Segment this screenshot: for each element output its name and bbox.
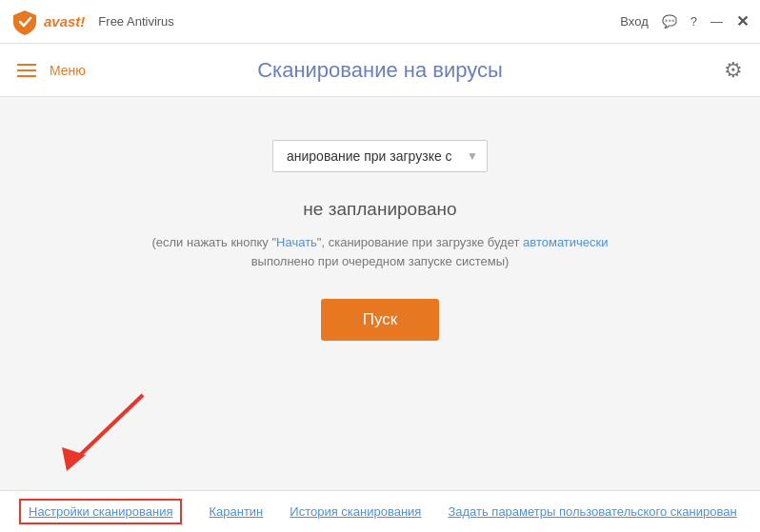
quarantine-link[interactable]: Карантин <box>209 504 263 519</box>
product-name: Free Antivirus <box>98 14 173 29</box>
start-text-highlight: Начать <box>276 235 317 249</box>
bottom-bar: Настройки сканирования Карантин История … <box>0 490 760 532</box>
help-icon[interactable]: ? <box>690 14 697 29</box>
title-bar: avast! Free Antivirus Вход 💬 ? — ✕ <box>0 0 760 44</box>
login-button[interactable]: Вход <box>620 14 648 29</box>
title-bar-controls: Вход 💬 ? — ✕ <box>620 12 749 30</box>
avast-brand-text: avast! <box>44 13 85 30</box>
scan-type-select[interactable]: анирование при загрузке с <box>272 140 488 172</box>
start-scan-button[interactable]: Пуск <box>321 299 439 341</box>
hamburger-icon <box>17 64 36 77</box>
scan-status-note: (если нажать кнопку "Начать", сканирован… <box>123 233 637 270</box>
avast-shield-icon <box>11 9 38 35</box>
page-title: Сканирование на вирусы <box>257 58 503 83</box>
close-button[interactable]: ✕ <box>736 12 749 30</box>
menu-label: Меню <box>50 63 86 78</box>
scan-settings-link[interactable]: Настройки сканирования <box>19 499 182 524</box>
scan-history-link[interactable]: История сканирования <box>290 504 421 519</box>
title-bar-left: avast! Free Antivirus <box>11 9 174 35</box>
avast-logo: avast! <box>11 9 85 35</box>
settings-icon[interactable]: ⚙ <box>724 58 743 83</box>
scan-status: не запланировано <box>303 199 456 220</box>
main-content: анирование при загрузке с ▼ не запланиро… <box>0 97 760 490</box>
header-bar: Меню Сканирование на вирусы ⚙ <box>0 44 760 97</box>
chat-icon[interactable]: 💬 <box>662 14 677 29</box>
minimize-button[interactable]: — <box>710 14 723 29</box>
scan-type-dropdown[interactable]: анирование при загрузке с ▼ <box>272 140 488 172</box>
auto-text-highlight: автоматически <box>523 235 608 249</box>
menu-button[interactable]: Меню <box>17 63 86 78</box>
custom-scan-link[interactable]: Задать параметры пользовательского скани… <box>448 504 736 519</box>
